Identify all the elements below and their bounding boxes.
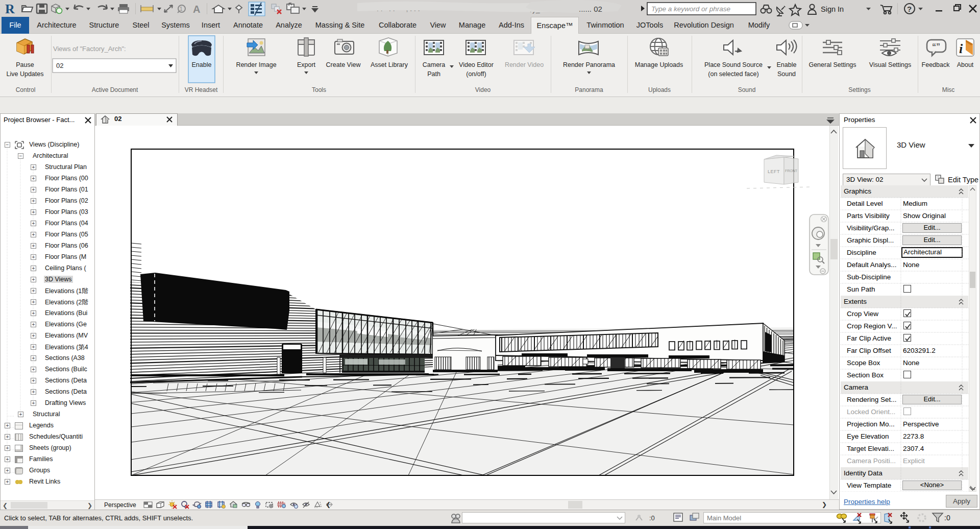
svg-text:?: ? (907, 5, 912, 13)
svg-text:Type a keyword or phrase: Type a keyword or phrase (651, 5, 730, 13)
svg-text:...... 02: ...... 02 (579, 5, 602, 13)
svg-text:FRONT: FRONT (785, 169, 798, 173)
svg-text:A: A (193, 4, 200, 15)
svg-text:i: i (959, 41, 963, 56)
svg-text:Sign In: Sign In (821, 5, 844, 13)
svg-text:“”: “” (932, 42, 940, 51)
svg-text:LEFT: LEFT (768, 169, 780, 174)
svg-text::0: :0 (944, 514, 950, 522)
svg-text:1: 1 (180, 6, 183, 12)
svg-text:R: R (5, 2, 15, 16)
